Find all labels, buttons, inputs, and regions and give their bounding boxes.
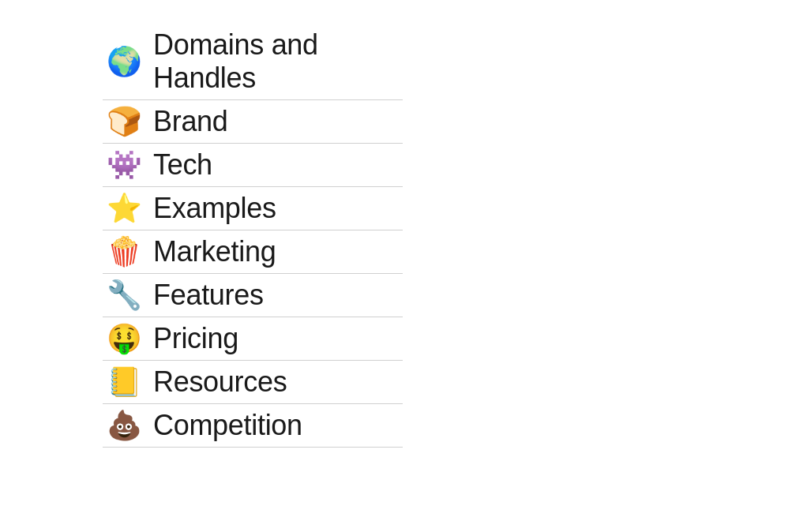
tech-label: Tech [153, 148, 212, 182]
examples-icon: ⭐ [103, 192, 145, 225]
menu-item-domains-and-handles[interactable]: 🌍Domains and Handles [103, 24, 403, 100]
menu-item-competition[interactable]: 💩Competition [103, 404, 403, 448]
competition-icon: 💩 [103, 409, 145, 442]
tech-icon: 👾 [103, 148, 145, 182]
resources-label: Resources [153, 365, 287, 399]
competition-label: Competition [153, 409, 302, 442]
menu-item-resources[interactable]: 📒Resources [103, 361, 403, 404]
menu-item-pricing[interactable]: 🤑Pricing [103, 317, 403, 361]
menu-item-brand[interactable]: 🍞Brand [103, 100, 403, 144]
menu-item-tech[interactable]: 👾Tech [103, 144, 403, 187]
examples-label: Examples [153, 192, 276, 225]
features-icon: 🔧 [103, 279, 145, 312]
brand-label: Brand [153, 105, 228, 138]
resources-icon: 📒 [103, 365, 145, 399]
marketing-icon: 🍿 [103, 235, 145, 268]
menu-item-marketing[interactable]: 🍿Marketing [103, 230, 403, 274]
menu-list: 🌍Domains and Handles🍞Brand👾Tech⭐Examples… [0, 0, 807, 471]
brand-icon: 🍞 [103, 105, 145, 138]
features-label: Features [153, 279, 264, 312]
pricing-label: Pricing [153, 322, 238, 355]
domains-and-handles-icon: 🌍 [103, 45, 145, 78]
pricing-icon: 🤑 [103, 322, 145, 355]
marketing-label: Marketing [153, 235, 276, 268]
menu-item-features[interactable]: 🔧Features [103, 274, 403, 317]
domains-and-handles-label: Domains and Handles [153, 28, 403, 95]
menu-item-examples[interactable]: ⭐Examples [103, 187, 403, 230]
